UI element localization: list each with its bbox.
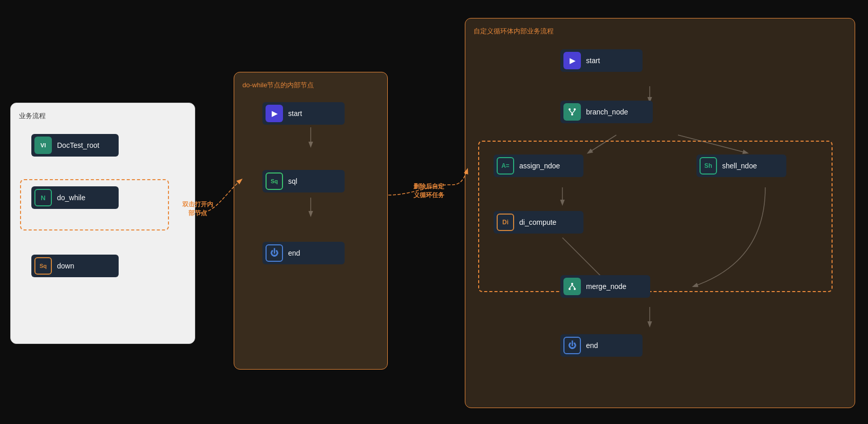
node-do-while[interactable]: N do_while: [31, 186, 119, 209]
flow3-label: 自定义循环体内部业务流程: [474, 27, 846, 36]
sql2-label: sql: [288, 177, 297, 185]
end3-label: end: [586, 341, 598, 350]
assign-icon: A=: [497, 157, 514, 175]
annotation-delete-custom: 删除后自定义循环任务: [408, 182, 449, 200]
down-label: down: [57, 262, 74, 270]
node-shell[interactable]: Sh shell_ndoe: [696, 155, 786, 177]
down-icon: Sq: [34, 257, 52, 275]
merge-label: merge_node: [586, 282, 627, 291]
node-assign[interactable]: A= assign_ndoe: [494, 155, 583, 177]
start3-label: start: [586, 56, 600, 65]
svg-line-13: [570, 110, 572, 113]
node-end2[interactable]: ⏻ end: [262, 242, 345, 264]
doctest-root-icon: VI: [34, 137, 52, 154]
di-compute-icon: Di: [497, 214, 514, 231]
node-down[interactable]: Sq down: [31, 255, 119, 277]
start3-icon: ▶: [563, 52, 581, 69]
canvas: 业务流程 VI DocTest_root N do_while Sq down …: [0, 0, 868, 424]
svg-point-16: [574, 288, 576, 290]
node-di-compute[interactable]: Di di_compute: [494, 211, 583, 234]
node-start2[interactable]: ▶ start: [262, 102, 345, 125]
node-end3[interactable]: ⏻ end: [560, 334, 643, 357]
flow1-label: 业务流程: [19, 111, 186, 121]
node-start3[interactable]: ▶ start: [560, 49, 643, 72]
svg-point-12: [571, 113, 573, 115]
node-doctest-root[interactable]: VI DocTest_root: [31, 134, 119, 157]
shell-icon: Sh: [700, 157, 717, 175]
node-sql2[interactable]: Sq sql: [262, 170, 345, 192]
node-branch[interactable]: branch_node: [560, 101, 653, 123]
svg-line-19: [572, 285, 575, 288]
svg-point-17: [571, 283, 573, 285]
flow2-container: do-while节点的内部节点 ▶ start Sq sql ⏻ end: [234, 72, 388, 370]
di-compute-label: di_compute: [519, 218, 556, 226]
sql2-icon: Sq: [266, 172, 283, 190]
branch-icon: [563, 103, 581, 121]
start2-label: start: [288, 109, 302, 118]
flow2-label: do-while节点的内部节点: [242, 81, 379, 90]
svg-line-14: [572, 110, 575, 113]
end2-label: end: [288, 249, 300, 257]
svg-point-10: [569, 108, 571, 110]
flow3-container: 自定义循环体内部业务流程 ▶ start branch_node: [465, 18, 855, 408]
node-merge[interactable]: merge_node: [560, 275, 650, 298]
merge-icon: [563, 278, 581, 295]
dowhile-icon: N: [34, 189, 52, 206]
branch-label: branch_node: [586, 108, 628, 116]
flow1-container: 业务流程 VI DocTest_root N do_while Sq down: [10, 103, 195, 344]
svg-point-11: [574, 108, 576, 110]
shell-label: shell_ndoe: [722, 162, 757, 170]
start2-icon: ▶: [266, 105, 283, 122]
svg-line-18: [570, 285, 572, 288]
dowhile-label: do_while: [57, 194, 85, 202]
svg-point-15: [569, 288, 571, 290]
doctest-root-label: DocTest_root: [57, 141, 99, 149]
annotation-open-inner: 双击打开内部节点: [177, 200, 218, 218]
end2-icon: ⏻: [266, 244, 283, 262]
end3-icon: ⏻: [563, 337, 581, 354]
assign-label: assign_ndoe: [519, 162, 560, 170]
